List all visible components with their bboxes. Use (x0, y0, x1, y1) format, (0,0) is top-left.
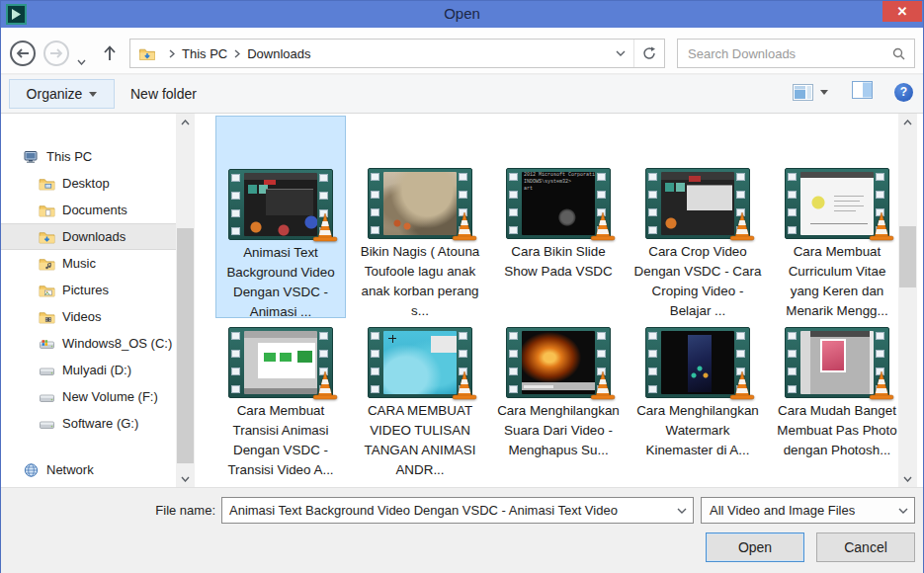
sidebar-item-label: Windows8_OS (C:) (62, 336, 172, 351)
organize-button[interactable]: Organize (9, 79, 115, 109)
toolbar-right-icons: ? (793, 81, 913, 103)
address-bar[interactable]: This PC Downloads (129, 39, 665, 68)
scroll-up-arrow-icon[interactable] (176, 114, 195, 130)
video-thumbnail (645, 168, 750, 239)
file-type-combobox[interactable]: All Video and Image Files (701, 497, 915, 524)
breadcrumb-downloads[interactable]: Downloads (247, 46, 310, 61)
scrollbar-thumb[interactable] (899, 226, 916, 287)
sidebar-item-mulyadi-d[interactable]: Mulyadi (D:) (1, 357, 176, 383)
back-arrow-icon (16, 47, 30, 59)
thumb-text: 2012 Microsoft Corporatio (522, 172, 595, 179)
scroll-up-arrow-icon[interactable] (898, 114, 917, 130)
drive-icon (39, 363, 55, 378)
file-name: Cara Crop Video Dengan VSDC - Cara Cropi… (632, 242, 763, 321)
chevron-down-icon (820, 90, 828, 95)
scroll-down-arrow-icon[interactable] (176, 470, 195, 487)
file-item[interactable]: Bikin Nagis ( Atouna Toufoole lagu anak … (355, 116, 485, 321)
sidebar-item-music[interactable]: Music (1, 250, 176, 277)
open-button[interactable]: Open (706, 532, 804, 562)
video-thumbnail (785, 168, 889, 239)
file-name: Bikin Nagis ( Atouna Toufoole lagu anak … (355, 242, 485, 321)
file-name-label: File name: (120, 503, 215, 518)
command-toolbar: Organize New folder ? (1, 75, 923, 114)
sidebar-item-desktop[interactable]: Desktop (1, 170, 176, 197)
file-type-value: All Video and Image Files (702, 503, 892, 518)
file-type-dropdown-button[interactable] (892, 508, 914, 514)
video-thumbnail (506, 327, 611, 398)
search-input[interactable] (678, 46, 892, 61)
computer-icon (23, 149, 40, 165)
sidebar-item-pictures[interactable]: Pictures (1, 277, 176, 303)
file-name-dropdown-button[interactable] (671, 508, 693, 514)
file-item[interactable]: Cara Crop Video Dengan VSDC - Cara Cropi… (632, 116, 763, 321)
recent-locations-dropdown[interactable] (77, 51, 86, 69)
sidebar-item-downloads[interactable]: Downloads (1, 223, 176, 250)
new-folder-button[interactable]: New folder (130, 86, 197, 102)
vlc-cone-icon (729, 370, 755, 400)
sidebar-item-label: Mulyadi (D:) (62, 363, 131, 377)
file-item[interactable]: Animasi Text Background Video Dengan VSD… (215, 116, 346, 318)
sidebar-scrollbar[interactable] (176, 114, 195, 487)
sidebar-item-videos[interactable]: Videos (1, 303, 176, 330)
file-item[interactable]: Cara Mudah Banget Membuat Pas Photo deng… (772, 323, 902, 460)
vlc-cone-icon (452, 370, 477, 400)
sidebar-item-software-g[interactable]: Software (G:) (1, 410, 176, 437)
vlc-cone-icon (869, 211, 894, 241)
sidebar-item-new-volume-f[interactable]: New Volume (F:) (1, 383, 176, 410)
video-thumbnail (368, 327, 472, 398)
vlc-cone-icon (729, 211, 755, 241)
drive-icon (39, 389, 55, 405)
address-dropdown-button[interactable] (607, 40, 634, 67)
file-name-input[interactable] (222, 503, 671, 518)
refresh-button[interactable] (634, 40, 664, 67)
up-one-level-button[interactable] (99, 42, 121, 64)
video-thumbnail (785, 327, 889, 398)
downloads-folder-icon (39, 229, 55, 245)
scrollbar-thumb[interactable] (177, 228, 194, 463)
sidebar-item-label: Network (46, 462, 94, 477)
video-thumbnail: 2012 Microsoft Corporatio INDOWS\system3… (506, 168, 611, 239)
file-item[interactable]: Cara Menghilangkan Watermark Kinemaster … (632, 323, 763, 460)
sidebar-item-label: Desktop (62, 176, 110, 191)
help-button[interactable]: ? (894, 83, 913, 102)
file-item[interactable]: Cara Menghilangkan Suara Dari Video - Me… (493, 323, 624, 460)
file-item[interactable]: Cara Membuat Curriculum Vitae yang Keren… (772, 116, 902, 321)
main-area: This PC Desktop Documents (1, 114, 923, 487)
file-list-scrollbar[interactable] (898, 114, 917, 487)
thumb-text: INDOWS\system32> (522, 179, 595, 186)
sidebar-item-windows8-os-c[interactable]: Windows8_OS (C:) (1, 330, 176, 357)
file-name: Cara Membuat Curriculum Vitae yang Keren… (772, 242, 902, 321)
breadcrumb-this-pc[interactable]: This PC (182, 46, 227, 61)
search-box[interactable] (677, 39, 915, 68)
desktop-folder-icon (39, 176, 55, 192)
scroll-down-arrow-icon[interactable] (898, 470, 917, 487)
file-name: Cara Menghilangkan Suara Dari Video - Me… (493, 401, 624, 460)
cancel-button[interactable]: Cancel (816, 532, 915, 562)
sidebar-item-documents[interactable]: Documents (1, 197, 176, 223)
vlc-cone-icon (312, 370, 338, 400)
preview-pane-button[interactable] (852, 81, 873, 103)
chevron-down-icon (616, 50, 626, 56)
change-view-button[interactable] (793, 84, 828, 101)
windows-drive-icon (39, 336, 55, 352)
pictures-folder-icon (39, 283, 55, 298)
forward-button[interactable] (43, 41, 69, 66)
videos-folder-icon (39, 309, 55, 325)
file-name: Cara Membuat Transisi Animasi Dengan VSD… (215, 401, 346, 480)
file-name-combobox[interactable] (221, 497, 694, 524)
file-item[interactable]: Cara Membuat Transisi Animasi Dengan VSD… (215, 323, 346, 480)
back-button[interactable] (10, 41, 36, 66)
sidebar-item-label: Downloads (62, 229, 126, 244)
sidebar-item-network[interactable]: Network (1, 456, 176, 483)
file-item[interactable]: CARA MEMBUAT VIDEO TULISAN TANGAN ANIMAS… (355, 323, 485, 480)
file-item[interactable]: 2012 Microsoft Corporatio INDOWS\system3… (493, 116, 624, 282)
file-name: Animasi Text Background Video Dengan VSD… (216, 243, 345, 322)
network-globe-icon (23, 462, 40, 478)
file-name: Cara Mudah Banget Membuat Pas Photo deng… (772, 401, 902, 460)
preview-pane-icon (852, 81, 873, 99)
sidebar-item-this-pc[interactable]: This PC (1, 143, 176, 170)
close-button[interactable]: ✕ (882, 1, 922, 22)
sidebar-item-label: This PC (46, 149, 92, 164)
sidebar-item-label: Pictures (62, 283, 109, 297)
breadcrumb-separator-icon (234, 49, 240, 58)
